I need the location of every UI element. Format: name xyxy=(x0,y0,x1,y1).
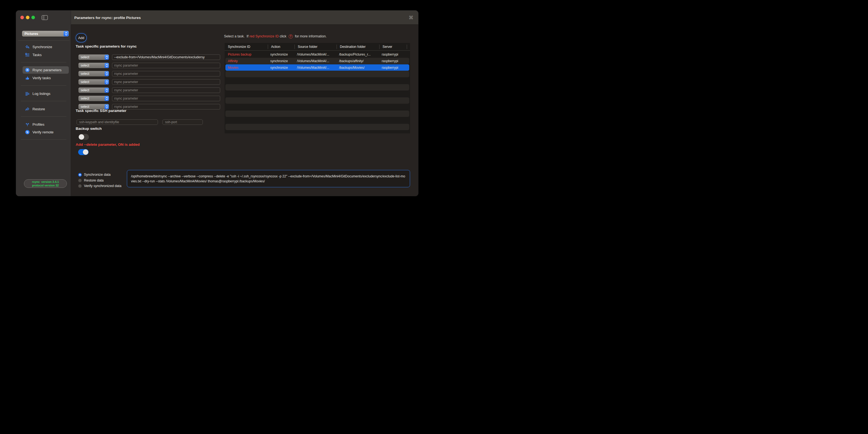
table-row-empty xyxy=(225,77,409,84)
updown-chevron-icon xyxy=(64,31,68,36)
params-heading: Task specific parameters for rsync xyxy=(76,44,137,48)
param-input-2[interactable] xyxy=(112,63,220,68)
backup-switch-toggle[interactable] xyxy=(79,134,89,140)
add-button[interactable]: Add xyxy=(76,34,86,41)
column-header[interactable]: Destination folder xyxy=(337,45,379,49)
param-select-3[interactable]: select xyxy=(79,71,109,76)
table-row-movies-selected[interactable]: Movies synchronize /Volumes/MacMini4/...… xyxy=(225,64,409,71)
sidebar-item-verify-remote[interactable]: Verify remote xyxy=(23,128,69,136)
main-content: Add Task specific parameters for rsync s… xyxy=(71,25,418,196)
branch-icon xyxy=(25,122,30,127)
delete-parameter-heading: Add --delete parameter, ON is added xyxy=(76,142,140,146)
updown-chevron-icon xyxy=(104,71,109,76)
command-menu-icon[interactable]: ⌘ xyxy=(409,10,413,25)
param-input-3[interactable] xyxy=(112,71,220,76)
backup-switch-heading: Backup switch xyxy=(76,127,102,131)
sidebar-divider xyxy=(18,40,70,41)
column-header[interactable]: Source folder xyxy=(294,45,337,49)
ssh-keypath-input[interactable] xyxy=(76,120,158,125)
sidebar-item-verify-tasks[interactable]: Verify tasks xyxy=(23,74,69,82)
column-divider xyxy=(294,44,295,49)
updown-chevron-icon xyxy=(104,96,109,101)
sidebar-item-log-listings[interactable]: Log listings xyxy=(23,90,69,97)
column-header[interactable]: Action xyxy=(268,45,294,49)
sidebar-item-synchronize[interactable]: Synchronize xyxy=(23,43,69,51)
sidebar-item-label: Verify remote xyxy=(32,130,54,134)
sidebar-item-label: Log listings xyxy=(32,92,50,96)
table-row-empty xyxy=(225,71,409,77)
param-input-5[interactable] xyxy=(112,88,220,93)
table-row-empty xyxy=(225,110,409,117)
log-lines-icon xyxy=(25,91,30,96)
radio-verify-synchronized-data[interactable]: Verify synchronized data xyxy=(78,184,121,188)
arrows-circle-icon xyxy=(25,130,30,134)
tasks-table: Synchronize ID Action Source folder Dest… xyxy=(224,43,410,133)
sidebar-divider xyxy=(21,101,66,101)
ssh-heading: Task specific SSH parameter xyxy=(76,109,126,113)
sidebar-item-restore[interactable]: Restore xyxy=(23,105,69,113)
toggle-knob xyxy=(79,134,84,140)
radio-synchronize-data[interactable]: Synchronize data xyxy=(78,172,111,177)
rsync-version-line: rsync version 3.4.1 xyxy=(32,180,59,184)
radio-unselected-icon xyxy=(78,179,82,182)
rsync-command-text: /opt/homebrew/bin/rsync --archive --verb… xyxy=(131,174,406,184)
column-divider xyxy=(337,44,337,49)
sidebar-item-tasks[interactable]: Tasks xyxy=(23,51,69,59)
column-divider xyxy=(407,44,407,49)
table-row-empty xyxy=(225,97,409,104)
param-select-5[interactable]: select xyxy=(79,88,109,93)
param-input-6[interactable] xyxy=(112,96,220,101)
param-select-4[interactable]: select xyxy=(79,79,109,85)
app-window: Parameters for rsync: profile Pictures ⌘… xyxy=(16,10,418,196)
param-input-7[interactable] xyxy=(112,104,220,109)
zoom-button[interactable] xyxy=(31,16,35,19)
table-row-empty xyxy=(225,104,409,110)
column-header[interactable]: Synchronize ID xyxy=(224,45,268,49)
sidebar-item-label: Verify tasks xyxy=(32,76,51,80)
sidebar: Pictures Synchronize xyxy=(16,25,71,196)
table-row-pictures-backup[interactable]: Pictures backup synchronize /Volumes/Mac… xyxy=(225,51,409,58)
param-select-1[interactable]: select xyxy=(79,55,109,60)
svg-text:⌘: ⌘ xyxy=(26,68,29,72)
sidebar-item-label: Synchronize xyxy=(32,45,52,49)
red-synchronize-id-text: red Synchronize ID xyxy=(249,34,279,38)
sidebar-toggle-icon[interactable] xyxy=(41,15,48,20)
window-title: Parameters for rsync: profile Pictures xyxy=(74,10,141,25)
param-select-6[interactable]: select xyxy=(79,96,109,101)
thumbs-up-icon xyxy=(25,76,30,80)
table-row-affinity[interactable]: Affinity synchronize /Volumes/MacMini4/.… xyxy=(225,58,409,64)
question-circle-icon[interactable]: ? xyxy=(289,34,293,38)
column-header[interactable]: Server xyxy=(379,45,407,49)
param-input-1[interactable] xyxy=(112,55,220,60)
toggle-knob xyxy=(83,149,88,155)
sidebar-divider xyxy=(21,85,66,86)
back-arrow-icon xyxy=(25,44,30,49)
close-button[interactable] xyxy=(20,16,24,19)
task-list-plus-icon xyxy=(25,53,30,57)
profile-dropdown[interactable]: Pictures xyxy=(22,31,69,37)
updown-chevron-icon xyxy=(104,88,109,93)
tasks-table-header: Synchronize ID Action Source folder Dest… xyxy=(224,43,410,51)
rsync-version-badge: rsync version 3.4.1 protocol version 32 xyxy=(24,179,67,188)
task-hint: Select a task. If red Synchronize ID cli… xyxy=(224,34,327,38)
radio-restore-data[interactable]: Restore data xyxy=(78,178,104,182)
sidebar-item-label: Restore xyxy=(32,107,45,111)
sidebar-item-rsync-parameters[interactable]: ⌘ Rsync parameters xyxy=(23,66,69,74)
rsync-command-preview: /opt/homebrew/bin/rsync --archive --verb… xyxy=(127,170,410,187)
sidebar-item-profiles[interactable]: Profiles xyxy=(23,121,69,128)
table-row-empty xyxy=(225,124,409,130)
updown-chevron-icon xyxy=(104,63,109,68)
delete-parameter-toggle[interactable] xyxy=(78,149,89,155)
param-input-4[interactable] xyxy=(112,79,220,85)
param-select-2[interactable]: select xyxy=(79,63,109,68)
table-row-empty xyxy=(225,117,409,124)
radio-selected-icon xyxy=(78,173,82,176)
updown-chevron-icon xyxy=(104,79,109,85)
profile-dropdown-value: Pictures xyxy=(22,32,63,36)
ssh-port-input[interactable] xyxy=(162,120,203,125)
forward-arrow-icon xyxy=(25,107,30,111)
sidebar-item-label: Tasks xyxy=(32,53,41,57)
protocol-version-line: protocol version 32 xyxy=(32,184,59,187)
updown-chevron-icon xyxy=(104,55,109,60)
minimize-button[interactable] xyxy=(26,16,29,19)
